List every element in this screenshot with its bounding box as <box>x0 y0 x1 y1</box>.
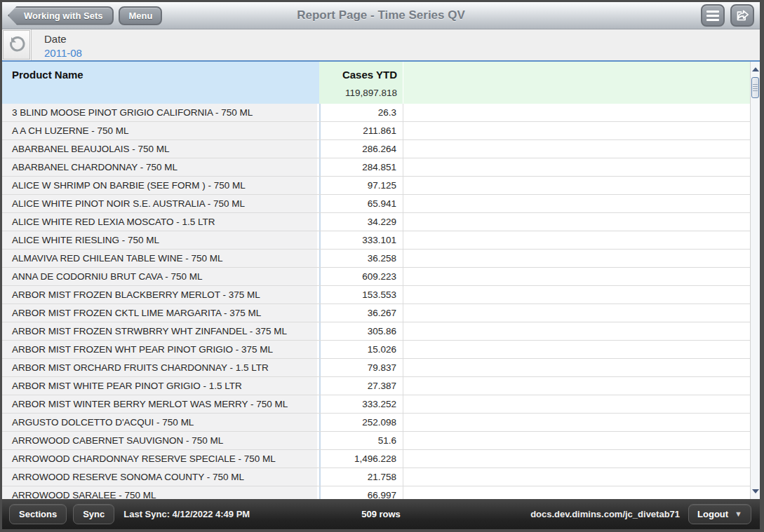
table-row[interactable]: ALICE WHITE RIESLING - 750 ML333.101 <box>2 231 750 250</box>
cases-ytd-cell: 284.851 <box>319 158 403 176</box>
product-name-cell: ANNA DE CODORNIU BRUT CAVA - 750 ML <box>2 268 319 285</box>
cases-ytd-cell: 252.098 <box>319 414 403 431</box>
column-header-product-name[interactable]: Product Name <box>2 62 319 104</box>
title-bar: Report Page - Time Series QV Working wit… <box>2 2 760 29</box>
bottom-bar: Sections Sync Last Sync: 4/12/2022 4:49 … <box>2 499 760 529</box>
empty-cell <box>403 122 750 139</box>
scroll-up-button[interactable] <box>751 64 760 74</box>
table-row[interactable]: ARROWOOD RESERVE SONOMA COUNTY - 750 ML2… <box>2 468 750 486</box>
table-row[interactable]: ARBOR MIST FROZEN CKTL LIME MARGARITA - … <box>2 304 750 322</box>
cases-ytd-cell: 36.258 <box>319 250 403 267</box>
product-name-cell: ABARBANEL CHARDONNAY - 750 ML <box>2 158 319 176</box>
table-row[interactable]: ARBOR MIST FROZEN STRWBRRY WHT ZINFANDEL… <box>2 322 750 341</box>
table-row[interactable]: ARBOR MIST FROZEN WHT PEAR PINOT GRIGIO … <box>2 341 750 359</box>
logout-button[interactable]: Logout ▼ <box>688 504 751 524</box>
product-name-cell: ALICE WHITE PINOT NOIR S.E. AUSTRALIA - … <box>2 195 319 212</box>
cases-ytd-cell: 609.223 <box>319 268 403 285</box>
cases-ytd-cell: 51.6 <box>319 432 403 449</box>
cases-ytd-cell: 21.758 <box>319 468 403 486</box>
vertical-scrollbar[interactable] <box>750 62 760 499</box>
table-row[interactable]: ARBOR MIST WINTER BERRY MERLOT WAS MERRY… <box>2 395 750 414</box>
cases-ytd-cell: 211.861 <box>319 122 403 139</box>
refresh-reset-icon <box>8 36 26 54</box>
filter-bar: Date 2011-08 <box>2 29 760 62</box>
product-name-cell: ARBOR MIST FROZEN CKTL LIME MARGARITA - … <box>2 304 319 322</box>
product-name-cell: ARBOR MIST FROZEN STRWBRRY WHT ZINFANDEL… <box>2 322 319 340</box>
empty-cell <box>403 322 750 340</box>
empty-cell <box>403 250 750 267</box>
table-row[interactable]: ALMAVIVA RED CHILEAN TABLE WINE - 750 ML… <box>2 250 750 268</box>
share-export-icon <box>735 9 749 22</box>
page-title: Report Page - Time Series QV <box>2 8 760 22</box>
cases-ytd-cell: 34.229 <box>319 213 403 231</box>
cases-ytd-cell: 65.941 <box>319 195 403 212</box>
cases-ytd-cell: 333.101 <box>319 231 403 249</box>
product-name-cell: ARROWOOD CHARDONNAY RESERVE SPECIALE - 7… <box>2 450 319 468</box>
filter-value[interactable]: 2011-08 <box>44 46 82 60</box>
reset-filter-button[interactable] <box>2 29 32 60</box>
table-scroll-area: Product Name Cases YTD 119,897.818 3 BLI… <box>2 62 750 499</box>
table-body: 3 BLIND MOOSE PINOT GRIGIO CALIFORNIA - … <box>2 104 750 499</box>
table-row[interactable]: A A CH LUZERNE - 750 ML211.861 <box>2 122 750 140</box>
cases-ytd-cell: 305.86 <box>319 322 403 340</box>
sync-button[interactable]: Sync <box>73 504 114 524</box>
product-name-cell: ARBOR MIST WHITE PEAR PINOT GRIGIO - 1.5… <box>2 377 319 395</box>
empty-cell <box>403 450 750 468</box>
empty-cell <box>403 395 750 413</box>
table-row[interactable]: ANNA DE CODORNIU BRUT CAVA - 750 ML609.2… <box>2 268 750 286</box>
table-row[interactable]: ABARBANEL CHARDONNAY - 750 ML284.851 <box>2 158 750 177</box>
product-name-cell: ALICE W SHRIMP ON BARBIE (SEE FORM ) - 7… <box>2 177 319 194</box>
empty-cell <box>403 468 750 486</box>
table-row[interactable]: ALICE W SHRIMP ON BARBIE (SEE FORM ) - 7… <box>2 177 750 195</box>
empty-cell <box>403 359 750 376</box>
table-row[interactable]: ARBOR MIST WHITE PEAR PINOT GRIGIO - 1.5… <box>2 377 750 395</box>
table-header: Product Name Cases YTD 119,897.818 <box>2 62 750 104</box>
scrollbar-thumb[interactable] <box>751 77 759 98</box>
app-window: Report Page - Time Series QV Working wit… <box>2 2 760 529</box>
last-sync-text: Last Sync: 4/12/2022 4:49 PM <box>123 509 250 519</box>
empty-cell <box>403 341 750 358</box>
scroll-down-button[interactable] <box>751 486 760 496</box>
hamburger-menu-button[interactable] <box>701 4 725 27</box>
share-export-button[interactable] <box>730 4 754 27</box>
empty-cell <box>403 213 750 231</box>
table-row[interactable]: ARROWOOD CHARDONNAY RESERVE SPECIALE - 7… <box>2 450 750 468</box>
empty-cell <box>403 377 750 395</box>
table-row[interactable]: ABARBANEL BEAUJOLAIS - 750 ML286.264 <box>2 140 750 158</box>
sections-button[interactable]: Sections <box>9 504 67 524</box>
table-row[interactable]: ALICE WHITE PINOT NOIR S.E. AUSTRALIA - … <box>2 195 750 213</box>
table-row[interactable]: ARROWOOD CABERNET SAUVIGNON - 750 ML51.6 <box>2 432 750 450</box>
cases-ytd-cell: 27.387 <box>319 377 403 395</box>
cases-ytd-cell: 79.837 <box>319 359 403 376</box>
product-name-cell: ALMAVIVA RED CHILEAN TABLE WINE - 750 ML <box>2 250 319 267</box>
product-name-cell: ALICE WHITE RED LEXIA MOSCATO - 1.5 LTR <box>2 213 319 231</box>
cases-ytd-cell: 153.553 <box>319 286 403 303</box>
product-name-cell: 3 BLIND MOOSE PINOT GRIGIO CALIFORNIA - … <box>2 104 319 121</box>
arrow-up-icon <box>752 67 759 71</box>
table-row[interactable]: ARGUSTO DOLCETTO D'ACQUI - 750 ML252.098 <box>2 414 750 432</box>
product-name-cell: ARROWOOD RESERVE SONOMA COUNTY - 750 ML <box>2 468 319 486</box>
table-row[interactable]: ARBOR MIST ORCHARD FRUITS CHARDONNAY - 1… <box>2 359 750 377</box>
back-button[interactable]: Working with Sets <box>8 6 114 25</box>
menu-button[interactable]: Menu <box>119 6 162 25</box>
chevron-down-icon: ▼ <box>735 510 742 518</box>
cases-ytd-cell: 15.026 <box>319 341 403 358</box>
product-name-cell: ALICE WHITE RIESLING - 750 ML <box>2 231 319 249</box>
empty-cell <box>403 486 750 499</box>
cases-ytd-cell: 333.252 <box>319 395 403 413</box>
date-filter: Date 2011-08 <box>32 29 82 60</box>
hamburger-icon <box>706 11 719 21</box>
product-name-cell: ABARBANEL BEAUJOLAIS - 750 ML <box>2 140 319 158</box>
table-row[interactable]: ARROWOOD SARALEE - 750 ML66.997 <box>2 486 750 499</box>
empty-cell <box>403 268 750 285</box>
product-name-cell: ARBOR MIST WINTER BERRY MERLOT WAS MERRY… <box>2 395 319 413</box>
product-name-cell: A A CH LUZERNE - 750 ML <box>2 122 319 139</box>
table-row[interactable]: ARBOR MIST FROZEN BLACKBERRY MERLOT - 37… <box>2 286 750 304</box>
column-header-cases-ytd[interactable]: Cases YTD 119,897.818 <box>319 62 403 104</box>
empty-cell <box>403 231 750 249</box>
table-row[interactable]: 3 BLIND MOOSE PINOT GRIGIO CALIFORNIA - … <box>2 104 750 122</box>
cases-ytd-label: Cases YTD <box>319 69 397 81</box>
table-row[interactable]: ALICE WHITE RED LEXIA MOSCATO - 1.5 LTR3… <box>2 213 750 231</box>
filter-label: Date <box>44 32 82 46</box>
empty-cell <box>403 177 750 194</box>
